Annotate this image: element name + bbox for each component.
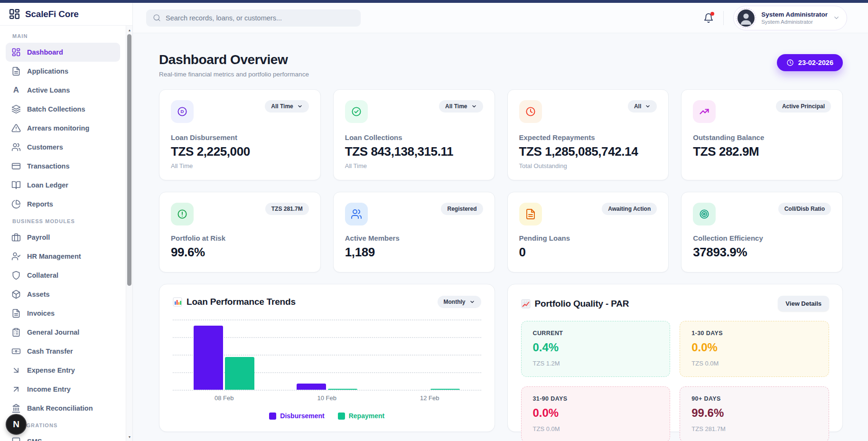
search-input[interactable] [166, 14, 354, 22]
collections-range-dropdown[interactable]: All Time [439, 100, 483, 113]
sidebar-item-batch-collections[interactable]: Batch Collections [6, 100, 120, 119]
sidebar-item-cash-transfer[interactable]: Cash Transfer [6, 342, 120, 361]
par-tile-90-plus-days: 90+ DAYS 99.6% TZS 281.7M [680, 386, 829, 441]
status-badge: Awaiting Action [602, 203, 657, 215]
stat-card-loan-disbursement: D All Time Loan Disbursement TZS 2,225,0… [159, 89, 321, 180]
circle-d-icon: D [171, 100, 194, 123]
sidebar-item-expense-entry[interactable]: Expense Entry [6, 361, 120, 380]
stat-value: TZS 1,285,085,742.14 [519, 144, 657, 159]
sidebar-item-loan-ledger[interactable]: Loan Ledger [6, 176, 120, 195]
sidebar-item-hr-management[interactable]: HR Management [6, 247, 120, 266]
panel-title-text: Portfolio Quality - PAR [535, 299, 629, 309]
gridline [173, 390, 481, 391]
sidebar-item-payroll[interactable]: Payroll [6, 228, 120, 247]
scroll-down-arrow-icon[interactable]: ▼ [126, 433, 132, 440]
par-percentage: 0.0% [691, 341, 817, 354]
sidebar-nav: MAIN Dashboard Applications A Active Loa… [0, 26, 132, 441]
message-square-icon [11, 437, 21, 441]
sidebar-item-arrears-monitoring[interactable]: Arrears monitoring [6, 119, 120, 138]
sidebar-item-reports[interactable]: Reports [6, 195, 120, 214]
par-tiles: CURRENT 0.4% TZS 1.2M 1-30 DAYS 0.0% TZS… [521, 321, 830, 441]
page-subtitle: Real-time financial metrics and portfoli… [159, 71, 309, 78]
stat-card-pending-loans: Awaiting Action Pending Loans 0 [507, 192, 669, 272]
legend-swatch [269, 413, 276, 420]
view-details-button[interactable]: View Details [778, 296, 829, 311]
layers-icon [11, 104, 21, 114]
sidebar-item-invoices[interactable]: Invoices [6, 304, 120, 323]
bar-repayment [328, 389, 357, 390]
avatar [737, 9, 755, 27]
users-icon [11, 142, 21, 152]
stat-card-portfolio-at-risk: TZS 281.7M Portfolio at Risk 99.6% [159, 192, 321, 272]
clock-icon [519, 100, 542, 123]
status-badge: Active Principal [776, 100, 831, 113]
sidebar-item-transactions[interactable]: Transactions [6, 157, 120, 176]
scroll-up-arrow-icon[interactable]: ▲ [126, 27, 132, 33]
stat-value: 1,189 [345, 245, 483, 260]
bar-disbursement [297, 384, 326, 390]
user-menu-button[interactable]: System Administrator System Administrato… [733, 6, 847, 30]
stat-card-active-members: Registered Active Members 1,189 [333, 192, 495, 272]
stat-title: Portfolio at Risk [171, 234, 309, 242]
chart-period-dropdown[interactable]: Monthly [438, 296, 481, 308]
stat-title: Loan Disbursement [171, 133, 309, 141]
date-button[interactable]: 23-02-2026 [777, 54, 843, 71]
bar-group [173, 319, 276, 390]
sidebar-item-sms[interactable]: SMS [6, 432, 120, 441]
stat-value: 37893.9% [693, 245, 831, 260]
repayments-range-dropdown[interactable]: All [628, 100, 657, 113]
stat-title: Outstanding Balance [693, 133, 831, 141]
notifications-button[interactable] [703, 13, 714, 23]
stat-value: 0 [519, 245, 657, 260]
sidebar-item-customers[interactable]: Customers [6, 138, 120, 157]
sidebar-scrollbar[interactable]: ▲ ▼ [126, 26, 132, 441]
layout-dashboard-icon [11, 47, 21, 57]
sidebar-item-label: HR Management [27, 253, 81, 260]
sidebar-item-label: Dashboard [27, 48, 63, 56]
file-text-icon [11, 66, 21, 76]
sidebar-item-label: Batch Collections [27, 105, 85, 113]
loan-performance-panel: Loan Performance Trends Monthly 08 Feb [159, 284, 495, 432]
notification-dot [710, 12, 714, 16]
arrow-up-right-icon [11, 385, 21, 394]
stat-value: TZS 843,138,315.11 [345, 144, 483, 159]
scrollbar-thumb[interactable] [127, 34, 131, 286]
sidebar-item-label: Loan Ledger [27, 181, 68, 189]
sidebar-item-assets[interactable]: Assets [6, 285, 120, 304]
legend-label: Repayment [349, 412, 384, 420]
sidebar-item-income-entry[interactable]: Income Entry [6, 380, 120, 399]
alert-circle-icon [171, 203, 194, 225]
legend-label: Disbursement [280, 412, 324, 420]
sidebar-item-applications[interactable]: Applications [6, 62, 120, 81]
dev-badge-button[interactable]: N [6, 414, 27, 435]
book-open-icon [11, 180, 21, 190]
sidebar-item-collateral[interactable]: Collateral [6, 266, 120, 285]
par-percentage: 0.4% [533, 341, 659, 354]
stat-card-collection-efficiency: Coll/Disb Ratio Collection Efficiency 37… [681, 192, 843, 272]
sidebar-item-label: Transactions [27, 162, 69, 170]
bar-chart-emoji-icon [173, 297, 182, 307]
app-title: ScaleFi Core [25, 9, 79, 19]
app-logo-icon [9, 8, 20, 20]
stat-card-loan-collections: All Time Loan Collections TZS 843,138,31… [333, 89, 495, 180]
alert-triangle-icon [11, 123, 21, 133]
banknote-icon [11, 347, 21, 356]
svg-text:D: D [181, 109, 184, 114]
sidebar-item-label: Invoices [27, 310, 55, 317]
stat-value: TZS 282.9M [693, 144, 831, 159]
file-text-icon [11, 309, 21, 318]
sidebar-item-dashboard[interactable]: Dashboard [6, 43, 120, 62]
sidebar-item-bank-reconciliation[interactable]: Bank Reconciliation [6, 399, 120, 418]
sidebar-item-label: Bank Reconciliation [27, 404, 93, 412]
sidebar-item-general-journal[interactable]: General Journal [6, 323, 120, 342]
sidebar-item-label: Arrears monitoring [27, 124, 89, 132]
par-percentage: 0.0% [533, 406, 659, 420]
disbursement-range-dropdown[interactable]: All Time [265, 100, 308, 113]
sidebar-item-active-loans[interactable]: A Active Loans [6, 81, 120, 100]
stat-subtext: All Time [171, 162, 309, 169]
sidebar: ScaleFi Core MAIN Dashboard Applications… [0, 3, 133, 441]
stat-value: TZS 2,225,000 [171, 144, 309, 159]
par-tile-1-30-days: 1-30 DAYS 0.0% TZS 0.0M [680, 321, 829, 377]
par-label: 31-90 DAYS [533, 395, 659, 402]
global-search[interactable] [146, 9, 361, 27]
